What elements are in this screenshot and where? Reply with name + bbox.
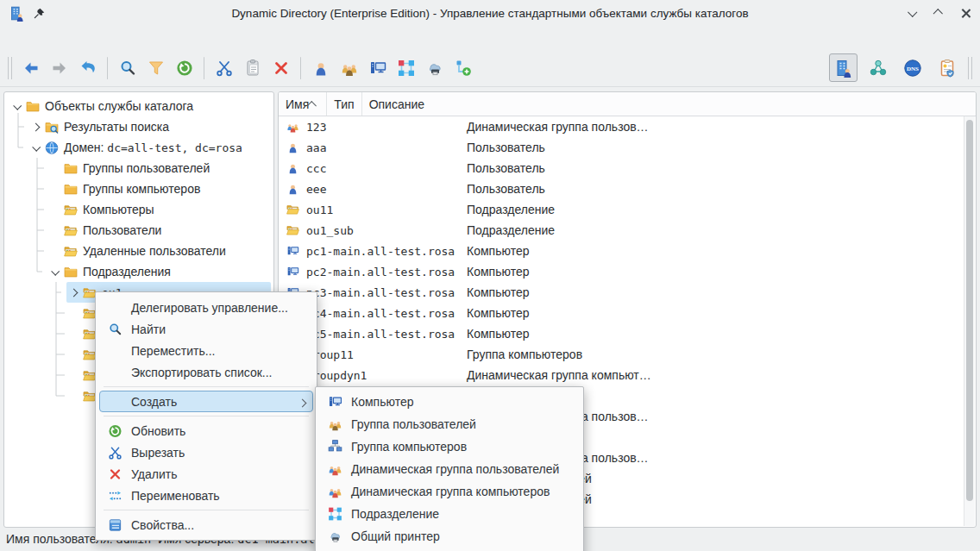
toolbar-button[interactable]	[933, 53, 961, 82]
expander-icon[interactable]	[47, 207, 62, 213]
table-row[interactable]: pc4-main.all-test.rosa Компьютер	[279, 303, 976, 323]
expander-icon[interactable]	[47, 269, 62, 275]
tree-item[interactable]: Результаты поиска	[4, 116, 273, 137]
toolbar-button[interactable]: DNS	[898, 53, 927, 82]
expander-icon[interactable]	[28, 124, 43, 130]
building-user-icon	[834, 59, 853, 78]
toolbar-button[interactable]	[449, 53, 477, 82]
context-menu-item[interactable]: Делегировать управление...	[99, 297, 313, 318]
expander-icon[interactable]	[66, 290, 81, 296]
table-row[interactable]: aaa Пользователь	[279, 137, 976, 158]
context-menu-item[interactable]: Переименовать	[99, 485, 313, 506]
maximize-icon[interactable]	[933, 7, 945, 19]
table-row[interactable]: eee Пользователь	[279, 178, 976, 199]
table-row[interactable]: ou11 Подразделение	[279, 199, 976, 220]
context-menu-item[interactable]	[104, 386, 309, 387]
pin-icon[interactable]	[33, 7, 46, 20]
toolbar-button[interactable]	[16, 53, 45, 82]
close-icon[interactable]	[959, 7, 971, 19]
context-menu-item[interactable]: Создать	[99, 391, 313, 412]
column-header[interactable]: Тип	[327, 92, 361, 116]
expander-icon[interactable]	[28, 145, 43, 151]
search-icon	[107, 322, 123, 337]
submenu-item[interactable]: Группа компьютеров	[319, 435, 580, 458]
toolbar-button[interactable]	[170, 53, 198, 82]
toolbar-button[interactable]	[363, 53, 392, 82]
tree-item[interactable]: Объекты службы каталога	[4, 96, 273, 116]
table-row[interactable]: ou1_sub Подразделение	[279, 220, 976, 241]
context-menu-item[interactable]: Вырезать	[99, 441, 313, 463]
toolbar-button[interactable]	[113, 53, 141, 82]
tree-item[interactable]: Домен: dc=all-test, dc=rosa	[4, 137, 273, 158]
context-menu-item[interactable]: Экспортировать список...	[99, 361, 313, 383]
tree-item[interactable]: Компьютеры	[4, 199, 273, 220]
titlebar[interactable]: Dynamic Directory (Enterprise Edition) -…	[0, 0, 980, 26]
toolbar-button[interactable]	[238, 53, 267, 82]
menubar-item[interactable]	[5, 35, 22, 41]
scrollbar-thumb[interactable]	[966, 120, 973, 501]
column-header[interactable]: Имя	[279, 92, 327, 116]
toolbar-button[interactable]	[420, 53, 449, 82]
tree-item[interactable]: Удаленные пользователи	[4, 241, 273, 261]
expander-icon[interactable]	[66, 331, 81, 337]
expander-icon[interactable]	[47, 228, 62, 234]
menubar-item[interactable]	[40, 35, 57, 41]
toolbar-button[interactable]	[829, 53, 858, 82]
table-row[interactable]: ccc Пользователь	[279, 158, 976, 178]
submenu-item[interactable]: Общий принтер	[319, 525, 580, 548]
expander-icon[interactable]	[47, 166, 62, 172]
toolbar-button[interactable]	[335, 53, 363, 82]
table-row[interactable]: pc1-main.all-test.rosa Компьютер	[279, 241, 976, 261]
table-row[interactable]: pc5-main.all-test.rosa Компьютер	[279, 323, 976, 344]
tree-item[interactable]: Подразделения	[4, 261, 273, 282]
context-menu-item[interactable]	[104, 416, 309, 416]
table-row[interactable]: groupdyn1 Динамическая группа компьютеро…	[279, 365, 976, 385]
menubar-item[interactable]	[22, 35, 40, 41]
column-header[interactable]: Описание	[362, 92, 431, 116]
toolbar-button[interactable]	[107, 57, 108, 79]
menubar-item[interactable]	[57, 35, 74, 41]
context-menu: Делегировать управление... Найти Перемес…	[95, 291, 317, 541]
toolbar-button[interactable]	[141, 53, 170, 82]
toolbar-button[interactable]	[204, 57, 204, 79]
context-menu-item[interactable]: Свойства...	[99, 514, 313, 535]
expander-icon[interactable]	[66, 352, 81, 358]
expander-icon[interactable]	[9, 103, 24, 110]
toolbar-button[interactable]	[210, 53, 238, 82]
submenu-item[interactable]: Динамическая группа пользователей	[319, 458, 580, 480]
context-menu-item[interactable]: Переместить...	[99, 340, 313, 361]
table-row[interactable]: group11 Группа компьютеров	[279, 344, 976, 365]
expander-icon[interactable]	[66, 373, 81, 379]
submenu-item[interactable]: Компьютер	[319, 391, 580, 413]
tree-item[interactable]: Пользователи	[4, 220, 273, 241]
toolbar-button[interactable]	[306, 53, 335, 82]
tree-item[interactable]: Группы компьютеров	[4, 178, 273, 199]
expander-icon[interactable]	[47, 186, 62, 192]
context-menu-item[interactable]: Удалить	[99, 463, 313, 485]
delete-icon	[272, 59, 291, 78]
submenu-item[interactable]: Подразделение	[319, 503, 580, 525]
submenu-item[interactable]: Динамическая группа компьютеров	[319, 480, 580, 503]
expander-icon[interactable]	[66, 310, 81, 316]
building-user-icon	[9, 5, 25, 22]
toolbar-grip[interactable]	[968, 57, 972, 79]
toolbar-button[interactable]	[300, 57, 301, 79]
submenu-item[interactable]: Группа пользователей	[319, 413, 580, 435]
table-row[interactable]: pc2-main.all-test.rosa Компьютер	[279, 261, 976, 282]
toolbar-button[interactable]	[73, 53, 102, 82]
vertical-scrollbar[interactable]	[964, 116, 975, 526]
toolbar-button[interactable]	[45, 53, 73, 82]
table-row[interactable]: pc3-main.all-test.rosa Компьютер	[279, 282, 976, 303]
minimize-icon[interactable]	[906, 7, 918, 19]
context-menu-item[interactable]	[104, 510, 309, 510]
tree-item[interactable]: Группы пользователей	[4, 158, 273, 178]
context-menu-item[interactable]: Найти	[99, 318, 313, 340]
table-row[interactable]: 123 Динамическая группа пользователей	[279, 116, 976, 137]
expander-icon[interactable]	[66, 393, 81, 399]
toolbar-button[interactable]	[864, 53, 892, 82]
toolbar-button[interactable]	[267, 53, 295, 82]
context-menu-item[interactable]: Обновить	[99, 420, 313, 441]
toolbar-grip[interactable]	[8, 57, 12, 79]
expander-icon[interactable]	[47, 248, 62, 254]
toolbar-button[interactable]	[392, 53, 420, 82]
